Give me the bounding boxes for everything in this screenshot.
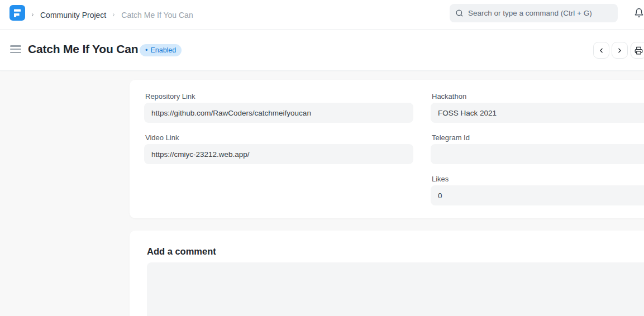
chevron-left-icon <box>598 47 605 54</box>
search-icon <box>455 9 464 17</box>
field-label-repository-link: Repository Link <box>145 92 413 100</box>
field-label-hackathon: Hackathon <box>432 92 644 100</box>
form-column-left: Repository Link Video Link <box>144 92 413 175</box>
breadcrumb: Community Project Catch Me If You Can <box>30 0 193 30</box>
chevron-right-icon <box>111 12 116 17</box>
next-document-button[interactable] <box>612 42 628 59</box>
chevron-right-icon <box>30 12 35 17</box>
hackathon-input[interactable] <box>431 103 644 123</box>
page-title: Catch Me If You Can <box>28 42 138 56</box>
chevron-right-icon <box>616 47 623 54</box>
field-label-telegram-id: Telegram Id <box>432 133 644 142</box>
status-badge: • Enabled <box>140 44 182 56</box>
breadcrumb-item-community-project[interactable]: Community Project <box>40 11 106 20</box>
search-input[interactable] <box>468 9 612 17</box>
previous-document-button[interactable] <box>593 42 609 59</box>
field-label-likes: Likes <box>432 175 644 183</box>
notification-bell-icon[interactable] <box>634 7 644 18</box>
likes-input[interactable] <box>431 185 644 205</box>
form-column-right: Hackathon Telegram Id Likes <box>431 92 644 216</box>
top-navbar: Community Project Catch Me If You Can <box>0 0 644 30</box>
comment-section-card: Add a comment <box>130 231 644 316</box>
field-hackathon: Hackathon <box>431 92 644 123</box>
field-likes: Likes <box>431 175 644 205</box>
status-dot: • <box>145 46 147 54</box>
form-section-card: Repository Link Video Link Hackathon Tel… <box>130 80 644 218</box>
printer-icon <box>635 46 643 55</box>
page-header: Catch Me If You Can • Enabled <box>0 30 644 71</box>
status-label: Enabled <box>150 46 176 54</box>
comment-section-heading: Add a comment <box>147 246 216 257</box>
telegram-id-input[interactable] <box>431 144 644 164</box>
frappe-logo-icon <box>9 5 25 21</box>
sidebar-toggle-menu-icon[interactable] <box>10 45 21 53</box>
field-label-video-link: Video Link <box>145 133 413 142</box>
comment-input[interactable] <box>147 262 644 316</box>
field-video-link: Video Link <box>144 133 413 164</box>
video-link-input[interactable] <box>144 144 413 164</box>
global-search[interactable] <box>450 4 618 22</box>
breadcrumb-item-current[interactable]: Catch Me If You Can <box>121 11 193 20</box>
field-telegram-id: Telegram Id <box>431 133 644 164</box>
frappe-logo[interactable] <box>9 5 25 21</box>
field-repository-link: Repository Link <box>144 92 413 123</box>
print-button[interactable] <box>631 42 644 59</box>
repository-link-input[interactable] <box>144 103 413 123</box>
